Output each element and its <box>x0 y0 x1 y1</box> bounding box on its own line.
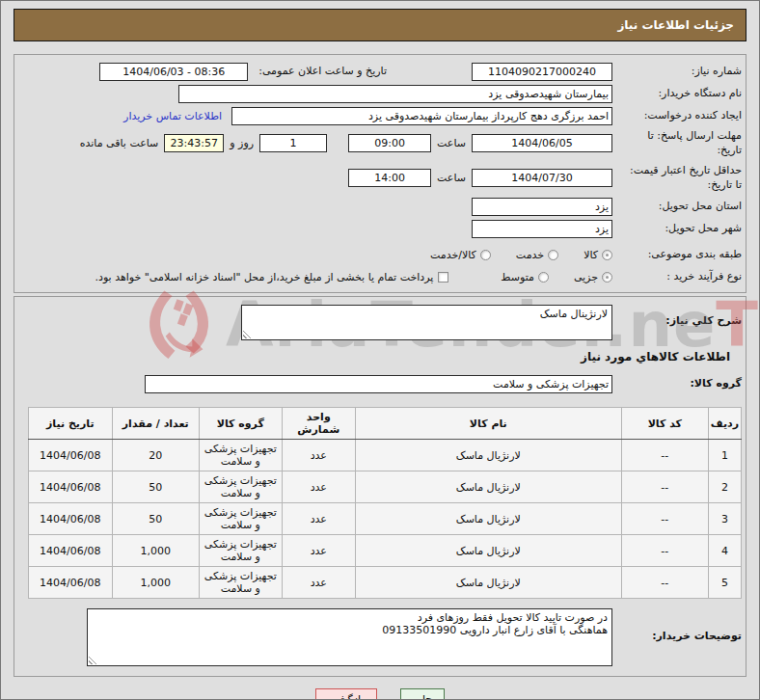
column-header: کد کالا <box>621 408 708 440</box>
table-cell: عدد <box>282 567 355 599</box>
price-validity-time-input[interactable] <box>348 169 431 187</box>
treasury-checkbox-label: پرداخت تمام یا بخشی از مبلغ خرید،از محل … <box>95 271 434 283</box>
remaining-days-label: روز و <box>230 137 254 149</box>
price-validity-date-input[interactable] <box>472 169 612 187</box>
table-cell: 4 <box>708 535 741 567</box>
radio-icon <box>548 250 558 260</box>
creator-label: ایجاد کننده درخواست: <box>612 109 742 123</box>
buyer-contact-link[interactable]: اطلاعات تماس خریدار <box>123 110 222 122</box>
table-row: 2--لارنژیال ماسکعددتجهیزات پزشکی و سلامت… <box>28 471 741 503</box>
need-number-label: شماره نیاز: <box>612 65 742 79</box>
table-cell: لارنژیال ماسک <box>355 567 621 599</box>
category-option[interactable]: کالا/خدمت <box>430 249 491 261</box>
table-row: 1--لارنژیال ماسکعددتجهیزات پزشکی و سلامت… <box>28 440 741 471</box>
category-option[interactable]: خدمت <box>516 249 558 261</box>
column-header: نام کالا <box>355 408 621 440</box>
item-group-row: گروه کالا: <box>18 375 742 393</box>
deadline-time-label: ساعت <box>437 137 466 149</box>
item-group-input[interactable] <box>145 375 612 393</box>
announce-datetime-input[interactable] <box>99 63 248 81</box>
table-cell: -- <box>621 471 708 503</box>
process-type-option[interactable]: جزیی <box>574 271 612 283</box>
province-input[interactable] <box>472 198 612 216</box>
table-cell: تجهیزات پزشکی و سلامت <box>199 567 282 599</box>
deadline-label: مهلت ارسال پاسخ: تا تاریخ: <box>612 129 742 158</box>
table-cell: تجهیزات پزشکی و سلامت <box>199 471 282 503</box>
deadline-date-input[interactable] <box>472 134 612 152</box>
category-option[interactable]: کالا <box>584 249 612 261</box>
price-validity-row: حداقل تاریخ اعتبار قیمت: تا تاریخ: ساعت <box>18 164 742 193</box>
buyer-org-label: نام دستگاه خریدار: <box>612 87 742 101</box>
radio-icon <box>602 250 612 260</box>
radio-label: متوسط <box>501 271 534 283</box>
table-cell: 2 <box>708 471 741 503</box>
creator-input[interactable] <box>231 107 612 125</box>
back-button[interactable]: بازگشت <box>315 688 377 700</box>
column-header: تعداد / مقدار <box>112 408 199 440</box>
table-cell: عدد <box>282 503 355 535</box>
table-cell: 1 <box>708 440 741 471</box>
table-cell: تجهیزات پزشکی و سلامت <box>199 503 282 535</box>
buyer-notes-row: توضیحات خریدار: در صورت تایید کالا تحویل… <box>18 608 742 666</box>
table-cell: 1404/06/08 <box>28 471 112 503</box>
description-row: شرح کلي نیاز: لارنژینال ماسک <box>18 305 742 340</box>
table-cell: 1404/06/08 <box>28 567 112 599</box>
deadline-row: مهلت ارسال پاسخ: تا تاریخ: ساعت روز و سا… <box>18 129 742 158</box>
table-cell: لارنژیال ماسک <box>355 535 621 567</box>
table-cell: 1,000 <box>112 535 199 567</box>
table-cell: لارنژیال ماسک <box>355 503 621 535</box>
table-cell: عدد <box>282 471 355 503</box>
description-label: شرح کلي نیاز: <box>612 305 742 329</box>
countdown-label: ساعت باقی مانده <box>80 137 159 149</box>
province-label: استان محل تحویل: <box>612 200 742 214</box>
countdown-timer <box>164 134 224 152</box>
buyer-org-input[interactable] <box>178 85 612 103</box>
buyer-notes-textarea[interactable]: در صورت تایید کالا تحویل فقط روزهای فرد … <box>87 608 612 666</box>
items-section-title: اطلاعات کالاهاي مورد نیاز <box>18 350 730 363</box>
page-title: جزئیات اطلاعات نیاز <box>14 9 746 41</box>
column-header: گروه کالا <box>199 408 282 440</box>
creator-row: ایجاد کننده درخواست: اطلاعات تماس خریدار <box>18 107 742 125</box>
radio-icon <box>538 272 549 283</box>
items-panel: شرح کلي نیاز: لارنژینال ماسک اطلاعات کال… <box>14 296 746 677</box>
items-table: ردیفکد کالانام کالاواحد شمارشگروه کالاتع… <box>28 407 742 599</box>
remaining-days-input[interactable] <box>259 134 327 152</box>
table-cell: 5 <box>708 567 741 599</box>
print-button[interactable]: چاپ <box>400 688 446 700</box>
table-row: 3--لارنژیال ماسکعددتجهیزات پزشکی و سلامت… <box>28 503 741 535</box>
table-cell: تجهیزات پزشکی و سلامت <box>199 535 282 567</box>
table-row: 5--لارنژیال ماسکعددتجهیزات پزشکی و سلامت… <box>28 567 741 599</box>
table-cell: 50 <box>112 471 199 503</box>
table-cell: -- <box>621 535 708 567</box>
radio-label: جزیی <box>574 271 598 283</box>
process-type-row: نوع فرآیند خرید : جزییمتوسط پرداخت تمام … <box>18 270 742 284</box>
category-label: طبقه بندی موضوعی: <box>612 248 742 262</box>
table-cell: 1404/06/08 <box>28 535 112 567</box>
description-textarea[interactable]: لارنژینال ماسک <box>241 305 612 340</box>
process-type-option[interactable]: متوسط <box>501 271 549 283</box>
need-number-input[interactable] <box>472 63 612 81</box>
need-info-panel: شماره نیاز: تاریخ و ساعت اعلان عمومی: نا… <box>14 54 746 293</box>
category-row: طبقه بندی موضوعی: کالاخدمتکالا/خدمت <box>18 246 742 264</box>
table-cell: عدد <box>282 535 355 567</box>
radio-icon <box>602 272 612 283</box>
radio-label: کالا/خدمت <box>430 249 476 261</box>
table-row: 4--لارنژیال ماسکعددتجهیزات پزشکی و سلامت… <box>28 535 741 567</box>
table-cell: 3 <box>708 503 741 535</box>
city-row: شهر محل تحویل: <box>18 220 742 238</box>
column-header: ردیف <box>708 408 741 440</box>
deadline-time-input[interactable] <box>348 134 431 152</box>
column-header: واحد شمارش <box>282 408 355 440</box>
buyer-org-row: نام دستگاه خریدار: <box>18 85 742 103</box>
province-row: استان محل تحویل: <box>18 198 742 216</box>
table-cell: لارنژیال ماسک <box>355 440 621 471</box>
table-cell: -- <box>621 567 708 599</box>
column-header: تاریخ نیاز <box>28 408 112 440</box>
table-header-row: ردیفکد کالانام کالاواحد شمارشگروه کالاتع… <box>28 408 741 440</box>
city-input[interactable] <box>472 220 612 238</box>
treasury-checkbox[interactable] <box>438 272 448 283</box>
table-cell: -- <box>621 503 708 535</box>
table-cell: لارنژیال ماسک <box>355 471 621 503</box>
announce-label: تاریخ و ساعت اعلان عمومی: <box>255 65 387 79</box>
city-label: شهر محل تحویل: <box>612 222 742 236</box>
